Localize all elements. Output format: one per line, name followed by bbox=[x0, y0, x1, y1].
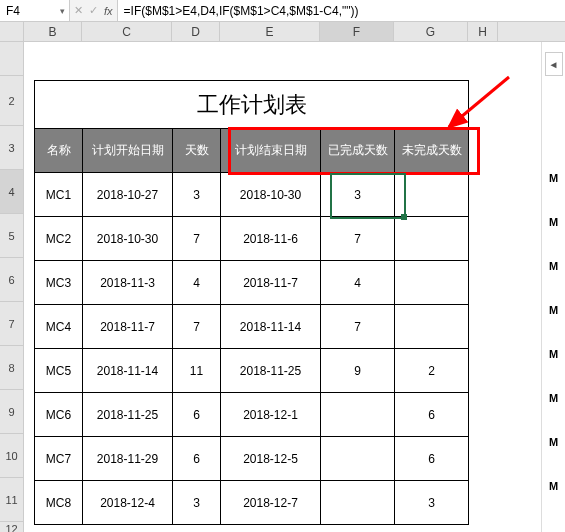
side-panel: ◄ MMMMMMMM bbox=[541, 42, 565, 532]
cell-start[interactable]: 2018-11-14 bbox=[83, 349, 173, 393]
column-header-C[interactable]: C bbox=[82, 22, 172, 41]
header-done: 已完成天数 bbox=[321, 129, 395, 173]
cell-end[interactable]: 2018-11-6 bbox=[221, 217, 321, 261]
column-header-E[interactable]: E bbox=[220, 22, 320, 41]
header-undone: 未完成天数 bbox=[395, 129, 469, 173]
cell-undone[interactable] bbox=[395, 305, 469, 349]
cell-name[interactable]: MC8 bbox=[35, 481, 83, 525]
side-label: M bbox=[542, 216, 565, 228]
column-headers: BCDEFGH bbox=[0, 22, 565, 42]
row-header-9[interactable]: 9 bbox=[0, 390, 23, 434]
table-header-row: 名称 计划开始日期 天数 计划结束日期 已完成天数 未完成天数 bbox=[35, 129, 469, 173]
table-row: MC72018-11-2962018-12-56 bbox=[35, 437, 469, 481]
cell-days[interactable]: 4 bbox=[173, 261, 221, 305]
cell-days[interactable]: 11 bbox=[173, 349, 221, 393]
row-header-3[interactable]: 3 bbox=[0, 126, 23, 170]
cell-name[interactable]: MC3 bbox=[35, 261, 83, 305]
header-name: 名称 bbox=[35, 129, 83, 173]
cell-done[interactable]: 7 bbox=[321, 305, 395, 349]
cell-done[interactable]: 3 bbox=[321, 173, 395, 217]
cell-start[interactable]: 2018-11-25 bbox=[83, 393, 173, 437]
cell-name[interactable]: MC6 bbox=[35, 393, 83, 437]
column-header-B[interactable]: B bbox=[24, 22, 82, 41]
side-label: M bbox=[542, 348, 565, 360]
row-header-11[interactable]: 11 bbox=[0, 478, 23, 522]
chevron-down-icon[interactable]: ▾ bbox=[60, 6, 65, 16]
cell-undone[interactable]: 3 bbox=[395, 481, 469, 525]
cell-undone[interactable] bbox=[395, 261, 469, 305]
cell-days[interactable]: 7 bbox=[173, 305, 221, 349]
table-row: MC42018-11-772018-11-147 bbox=[35, 305, 469, 349]
cell-name[interactable]: MC7 bbox=[35, 437, 83, 481]
cell-days[interactable]: 6 bbox=[173, 393, 221, 437]
cell-done[interactable]: 4 bbox=[321, 261, 395, 305]
cell-end[interactable]: 2018-11-14 bbox=[221, 305, 321, 349]
header-start: 计划开始日期 bbox=[83, 129, 173, 173]
formula-icons: ✕ ✓ fx bbox=[70, 0, 118, 21]
cell-done[interactable] bbox=[321, 481, 395, 525]
select-all-corner[interactable] bbox=[0, 22, 24, 41]
row-header-2[interactable]: 2 bbox=[0, 76, 23, 126]
cell-start[interactable]: 2018-11-7 bbox=[83, 305, 173, 349]
cell-done[interactable] bbox=[321, 393, 395, 437]
header-days: 天数 bbox=[173, 129, 221, 173]
cell-name[interactable]: MC1 bbox=[35, 173, 83, 217]
confirm-icon[interactable]: ✓ bbox=[89, 4, 98, 17]
row-header-5[interactable]: 5 bbox=[0, 214, 23, 258]
cell-name[interactable]: MC4 bbox=[35, 305, 83, 349]
row-header-10[interactable]: 10 bbox=[0, 434, 23, 478]
column-header-F[interactable]: F bbox=[320, 22, 394, 41]
cell-end[interactable]: 2018-11-7 bbox=[221, 261, 321, 305]
table-row: MC22018-10-3072018-11-67 bbox=[35, 217, 469, 261]
cell-undone[interactable]: 6 bbox=[395, 393, 469, 437]
cell-name[interactable]: MC5 bbox=[35, 349, 83, 393]
cell-start[interactable]: 2018-10-30 bbox=[83, 217, 173, 261]
cell-end[interactable]: 2018-12-1 bbox=[221, 393, 321, 437]
cell-end[interactable]: 2018-12-5 bbox=[221, 437, 321, 481]
side-label: M bbox=[542, 260, 565, 272]
cell-undone[interactable]: 6 bbox=[395, 437, 469, 481]
side-label: M bbox=[542, 304, 565, 316]
side-label: M bbox=[542, 172, 565, 184]
cancel-icon[interactable]: ✕ bbox=[74, 4, 83, 17]
cell-undone[interactable]: 2 bbox=[395, 349, 469, 393]
row-headers: 23456789101112 bbox=[0, 42, 24, 532]
cell-start[interactable]: 2018-11-3 bbox=[83, 261, 173, 305]
cell-done[interactable] bbox=[321, 437, 395, 481]
cell-end[interactable]: 2018-11-25 bbox=[221, 349, 321, 393]
cell-end[interactable]: 2018-10-30 bbox=[221, 173, 321, 217]
row-header-6[interactable]: 6 bbox=[0, 258, 23, 302]
cell-done[interactable]: 7 bbox=[321, 217, 395, 261]
cell-days[interactable]: 3 bbox=[173, 481, 221, 525]
row-header-8[interactable]: 8 bbox=[0, 346, 23, 390]
cell-undone[interactable] bbox=[395, 217, 469, 261]
cell-start[interactable]: 2018-12-4 bbox=[83, 481, 173, 525]
side-label: M bbox=[542, 436, 565, 448]
row-header-4[interactable]: 4 bbox=[0, 170, 23, 214]
collapse-arrow-icon[interactable]: ◄ bbox=[545, 52, 563, 76]
cell-name[interactable]: MC2 bbox=[35, 217, 83, 261]
formula-input[interactable]: =IF($M$1>E4,D4,IF($M$1>C4,$M$1-C4,"")) bbox=[118, 0, 565, 21]
table-row: MC62018-11-2562018-12-16 bbox=[35, 393, 469, 437]
table-row: MC52018-11-14112018-11-2592 bbox=[35, 349, 469, 393]
row-header-7[interactable]: 7 bbox=[0, 302, 23, 346]
table-row: MC82018-12-432018-12-73 bbox=[35, 481, 469, 525]
formula-bar: F4 ▾ ✕ ✓ fx =IF($M$1>E4,D4,IF($M$1>C4,$M… bbox=[0, 0, 565, 22]
column-header-G[interactable]: G bbox=[394, 22, 468, 41]
cell-undone[interactable] bbox=[395, 173, 469, 217]
fx-icon[interactable]: fx bbox=[104, 5, 113, 17]
column-header-H[interactable]: H bbox=[468, 22, 498, 41]
table-row: MC12018-10-2732018-10-303 bbox=[35, 173, 469, 217]
cell-start[interactable]: 2018-11-29 bbox=[83, 437, 173, 481]
row-header-blank[interactable] bbox=[0, 42, 23, 76]
cell-days[interactable]: 7 bbox=[173, 217, 221, 261]
column-header-D[interactable]: D bbox=[172, 22, 220, 41]
cell-done[interactable]: 9 bbox=[321, 349, 395, 393]
row-header-12[interactable]: 12 bbox=[0, 522, 23, 532]
cell-end[interactable]: 2018-12-7 bbox=[221, 481, 321, 525]
name-box[interactable]: F4 ▾ bbox=[0, 0, 70, 21]
cell-start[interactable]: 2018-10-27 bbox=[83, 173, 173, 217]
cell-days[interactable]: 6 bbox=[173, 437, 221, 481]
cell-days[interactable]: 3 bbox=[173, 173, 221, 217]
cell-area[interactable]: 工作计划表 名称 计划开始日期 天数 计划结束日期 已完成天数 未完成天数 MC… bbox=[24, 42, 565, 532]
